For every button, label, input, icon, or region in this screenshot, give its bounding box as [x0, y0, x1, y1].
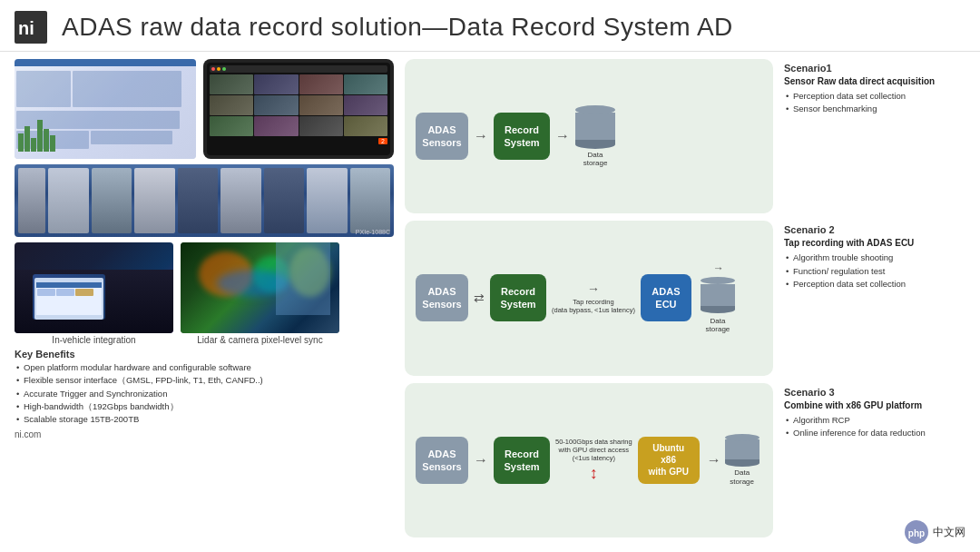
- s1-subtitle: Sensor Raw data direct acquisition: [784, 75, 965, 87]
- s1-record-node: RecordSystem: [494, 113, 550, 160]
- s3-middle: 50-100Gbps data sharingwith GPU direct a…: [555, 438, 632, 483]
- left-column: 2 PXIe-1088C: [15, 59, 405, 537]
- chinese-label: 中文网: [933, 525, 965, 540]
- s3-desc-list: Algorithm RCP Online inference for data …: [784, 414, 965, 440]
- pxi-chassis: PXIe-1088C: [15, 164, 394, 237]
- scenario2-description: Scenario 2 Tap recording with ADAS ECU A…: [784, 221, 965, 375]
- s2-adas-node: ADASSensors: [416, 274, 468, 321]
- s3-arrow2: →: [707, 452, 721, 468]
- s3-arrow1: →: [474, 452, 488, 468]
- s1-storage: Datastorage: [575, 105, 615, 168]
- scenario2-flow: ADASSensors ⇄ RecordSystem → Tap recordi…: [416, 262, 762, 334]
- scenario3-box: ADASSensors → RecordSystem 50-100Gbps da…: [405, 383, 773, 537]
- s3-red-arrow-icon: ↕: [590, 464, 598, 483]
- s1-desc-item: Sensor benchmarking: [784, 103, 965, 115]
- benefit-item: Accurate Trigger and Synchronization: [15, 388, 394, 400]
- s3-ubuntu-node: Ubuntu x86with GPU: [638, 437, 700, 484]
- scenario3-flow: ADASSensors → RecordSystem 50-100Gbps da…: [416, 434, 762, 486]
- s1-arrow1: →: [474, 128, 488, 144]
- s1-adas-node: ADASSensors: [416, 113, 468, 160]
- scenario1-flow: ADASSensors → RecordSystem → Datastorage: [416, 105, 762, 168]
- svg-text:ni: ni: [18, 18, 34, 38]
- s2-desc-item: Algorithm trouble shooting: [784, 251, 965, 264]
- caption-lidar: Lidar & camera pixel-level sync: [181, 335, 339, 345]
- screenshots-row: 2: [15, 59, 394, 159]
- s3-desc-item: Algorithm RCP: [784, 414, 965, 427]
- scenario1-box: ADASSensors → RecordSystem → Datastorage: [405, 59, 773, 213]
- car-integration-image: [15, 242, 173, 333]
- s3-storage-label: Datastorage: [730, 468, 754, 486]
- s2-arrow-section: ⇄: [474, 291, 485, 305]
- svg-text:php: php: [908, 528, 925, 538]
- s2-subtitle: Tap recording with ADAS ECU: [784, 237, 965, 249]
- bottom-bar: php 中文网: [15, 519, 965, 545]
- key-benefits-section: Key Benefits Open platform modular hardw…: [15, 349, 394, 426]
- scenario3-description: Scenario 3 Combine with x86 GPU platform…: [784, 383, 965, 537]
- s2-down-arrow-icon: ↓: [711, 266, 724, 271]
- right-column: ADASSensors → RecordSystem → Datastorage: [405, 59, 965, 537]
- s2-storage-label: Datastorage: [706, 317, 730, 334]
- s2-right-arrow: →: [587, 281, 600, 296]
- s3-storage: Datastorage: [725, 434, 760, 486]
- s2-desc-item: Function/ regulation test: [784, 265, 965, 278]
- s2-desc-list: Algorithm trouble shooting Function/ reg…: [784, 251, 965, 291]
- tablet-screenshot: 2: [203, 59, 394, 159]
- ni-logo-icon: ni: [15, 11, 47, 44]
- s2-middle-section: → Tap recording(data bypass, <1us latenc…: [552, 281, 635, 316]
- software-screenshot: [15, 59, 196, 159]
- benefit-item: Scalable storage 15TB-200TB: [15, 413, 394, 426]
- s3-subtitle: Combine with x86 GPU platform: [784, 399, 965, 411]
- s1-desc-list: Perception data set collection Sensor be…: [784, 90, 965, 116]
- scenarios-diagrams: ADASSensors → RecordSystem → Datastorage: [405, 59, 773, 537]
- key-benefits-list: Open platform modular hardware and confi…: [15, 361, 394, 426]
- s1-arrow2: →: [555, 128, 570, 144]
- header: ni ADAS raw data record solution—Data Re…: [0, 0, 980, 52]
- s3-record-node: RecordSystem: [494, 437, 550, 484]
- descriptions-column: Scenario1 Sensor Raw data direct acquisi…: [784, 59, 965, 537]
- bottom-image-row: In-vehicle integration Lidar & camera pi…: [15, 242, 394, 345]
- s2-tap-label: Tap recording(data bypass, <1us latency): [552, 298, 635, 316]
- s1-storage-label: Datastorage: [583, 151, 608, 168]
- s2-dashed-arrow: ⇄: [474, 291, 485, 305]
- benefit-item: High-bandwidth（192Gbps bandwidth）: [15, 400, 394, 413]
- s2-desc-item: Perception data set collection: [784, 278, 965, 291]
- s3-adas-node: ADASSensors: [416, 437, 468, 484]
- s2-storage-section: ↓ Datastorage: [701, 262, 735, 334]
- s2-record-node: RecordSystem: [490, 274, 546, 321]
- s2-ecu-node: ADASECU: [641, 274, 691, 321]
- s1-scenario-label: Scenario1: [784, 63, 965, 74]
- s2-scenario-label: Scenario 2: [784, 224, 965, 235]
- lidar-image: [181, 242, 339, 333]
- s3-sharing-label: 50-100Gbps data sharingwith GPU direct a…: [555, 438, 632, 462]
- s3-storage-section: → Datastorage: [707, 434, 760, 486]
- scenario2-box: ADASSensors ⇄ RecordSystem → Tap recordi…: [405, 221, 773, 375]
- php-logo-section: php 中文网: [904, 519, 965, 545]
- caption-vehicle: In-vehicle integration: [15, 335, 173, 345]
- website-label: ni.com: [15, 429, 394, 439]
- key-benefits-title: Key Benefits: [15, 349, 394, 360]
- page-title: ADAS raw data record solution—Data Recor…: [62, 13, 733, 42]
- pxi-label: PXIe-1088C: [356, 229, 390, 235]
- benefit-item: Open platform modular hardware and confi…: [15, 361, 394, 374]
- php-logo-icon: php: [904, 519, 929, 545]
- s3-desc-item: Online inference for data reduction: [784, 427, 965, 439]
- s1-desc-item: Perception data set collection: [784, 90, 965, 103]
- main-content: 2 PXIe-1088C: [0, 52, 980, 545]
- s3-scenario-label: Scenario 3: [784, 387, 965, 398]
- benefit-item: Flexible sensor interface（GMSL, FPD-link…: [15, 374, 394, 387]
- scenario1-description: Scenario1 Sensor Raw data direct acquisi…: [784, 59, 965, 213]
